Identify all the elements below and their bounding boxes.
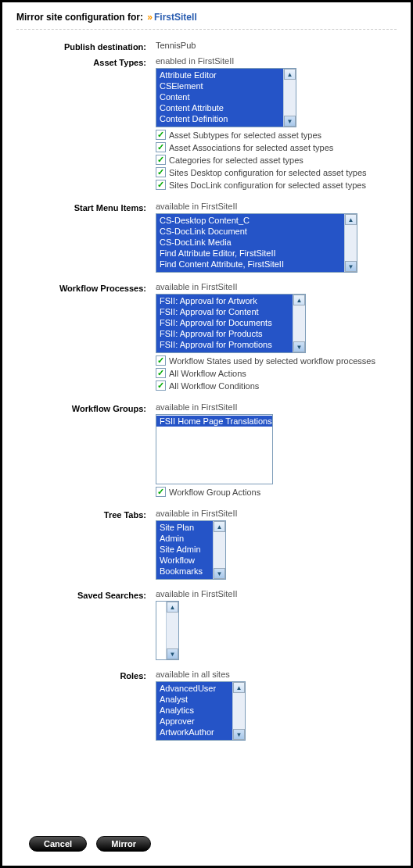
checkbox-label: Sites Desktop configuration for selected…: [169, 168, 367, 177]
site-name-link[interactable]: FirstSiteII: [154, 12, 197, 23]
checkbox-row: ✓Asset Associations for selected asset t…: [156, 142, 397, 152]
tree-tabs-label: Tree Tabs:: [16, 509, 156, 520]
checkbox-row: ✓All Workflow Actions: [156, 368, 397, 378]
saved-searches-label: Saved Searches:: [16, 589, 156, 600]
roles-hint: available in all sites: [156, 670, 397, 679]
saved-searches-hint: available in FirstSiteII: [156, 589, 397, 598]
scroll-down-icon[interactable]: ▼: [167, 648, 178, 659]
list-item[interactable]: FSII: Approval for Documents: [156, 317, 293, 328]
workflow-groups-hint: available in FirstSiteII: [156, 402, 397, 412]
scroll-track[interactable]: [233, 693, 245, 729]
list-item[interactable]: Content Definition: [156, 113, 283, 124]
checkbox[interactable]: ✓: [156, 167, 166, 177]
list-item[interactable]: Site Admin: [156, 544, 213, 555]
list-item[interactable]: CS-Desktop Content_C: [156, 215, 344, 226]
list-item[interactable]: Find Content Attribute, FirstSiteII: [156, 259, 344, 270]
scroll-track[interactable]: [167, 613, 178, 648]
scroll-down-icon[interactable]: ▼: [345, 261, 357, 272]
saved-searches-listbox[interactable]: ▲ ▼: [156, 601, 179, 660]
workflow-processes-listbox[interactable]: FSII: Approval for ArtworkFSII: Approval…: [156, 294, 306, 353]
scroll-up-icon[interactable]: ▲: [345, 214, 357, 225]
asset-types-listbox[interactable]: Attribute EditorCSElementContentContent …: [156, 68, 296, 127]
checkbox-label: All Workflow Actions: [169, 369, 246, 378]
list-item[interactable]: CS-DocLink Document: [156, 226, 344, 237]
roles-listbox[interactable]: AdvancedUserAnalystAnalyticsApproverArtw…: [156, 681, 246, 741]
list-item[interactable]: FSII: Approval for Products: [156, 328, 293, 339]
scroll-track[interactable]: [284, 80, 296, 116]
checkbox-row: ✓Workflow States used by selected workfl…: [156, 355, 397, 366]
asset-types-hint: enabled in FirstSiteII: [156, 56, 397, 66]
list-item[interactable]: CSElement: [156, 80, 283, 91]
tree-tabs-listbox[interactable]: Site PlanAdminSite AdminWorkflowBookmark…: [156, 520, 226, 580]
scroll-down-icon[interactable]: ▼: [233, 729, 245, 740]
list-item[interactable]: AdvancedUser: [156, 683, 232, 694]
list-item[interactable]: Find Attribute Editor, FirstSiteII: [156, 248, 344, 259]
scrollbar[interactable]: ▲ ▼: [166, 602, 178, 659]
scroll-down-icon[interactable]: ▼: [284, 116, 296, 127]
checkbox-label: Workflow Group Actions: [169, 488, 260, 497]
list-item[interactable]: Bookmarks: [156, 566, 213, 577]
list-item[interactable]: FSII: Approval for Artwork: [156, 295, 293, 306]
scroll-track[interactable]: [214, 532, 225, 568]
cancel-button[interactable]: Cancel: [29, 836, 87, 852]
scroll-down-icon[interactable]: ▼: [293, 341, 305, 352]
list-item[interactable]: Admin: [156, 533, 213, 544]
list-item[interactable]: Approver: [156, 716, 232, 727]
list-item[interactable]: FSII: Approval for Promotions: [156, 339, 293, 350]
list-item[interactable]: Workflow: [156, 555, 213, 566]
breadcrumb-arrow-icon: »: [147, 12, 153, 23]
start-menu-label: Start Menu Items:: [16, 202, 156, 213]
workflow-processes-hint: available in FirstSiteII: [156, 282, 397, 291]
list-item[interactable]: ArtworkAuthor: [156, 727, 232, 738]
scrollbar[interactable]: ▲ ▼: [283, 69, 296, 127]
list-item[interactable]: Attribute Editor: [156, 70, 283, 80]
workflow-processes-label: Workflow Processes:: [16, 282, 156, 293]
tree-tabs-hint: available in FirstSiteII: [156, 509, 397, 518]
publish-destination-label: Publish destination:: [16, 41, 156, 52]
divider: [16, 29, 397, 30]
mirror-button[interactable]: Mirror: [96, 836, 151, 852]
checkbox[interactable]: ✓: [156, 368, 166, 378]
checkbox[interactable]: ✓: [156, 142, 166, 152]
scrollbar[interactable]: ▲ ▼: [232, 682, 245, 740]
start-menu-listbox[interactable]: CS-Desktop Content_CCS-DocLink DocumentC…: [156, 213, 357, 273]
scroll-track[interactable]: [293, 305, 305, 341]
list-item[interactable]: Analyst: [156, 694, 232, 705]
checkbox-label: Asset Subtypes for selected asset types: [169, 130, 321, 140]
scrollbar[interactable]: ▲ ▼: [344, 214, 357, 272]
scroll-up-icon[interactable]: ▲: [214, 521, 225, 532]
list-item[interactable]: Content: [156, 91, 283, 102]
scrollbar[interactable]: ▲ ▼: [293, 295, 305, 352]
roles-label: Roles:: [16, 670, 156, 680]
scroll-track[interactable]: [345, 225, 357, 261]
list-item[interactable]: Analytics: [156, 705, 232, 716]
list-item[interactable]: CS-DocLink Media: [156, 237, 344, 248]
checkbox[interactable]: ✓: [156, 180, 166, 190]
checkbox[interactable]: ✓: [156, 155, 166, 165]
workflow-groups-label: Workflow Groups:: [16, 402, 156, 413]
checkbox-label: Sites DocLink configuration for selected…: [169, 180, 366, 190]
checkbox-row: ✓Sites DocLink configuration for selecte…: [156, 180, 397, 190]
checkbox-label: All Workflow Conditions: [169, 381, 259, 391]
scroll-up-icon[interactable]: ▲: [284, 69, 296, 80]
workflow-groups-listbox[interactable]: FSII Home Page Translations ▲ ▼: [156, 414, 273, 484]
scroll-up-icon[interactable]: ▲: [167, 602, 178, 613]
checkbox[interactable]: ✓: [156, 380, 166, 391]
scroll-up-icon[interactable]: ▲: [233, 682, 245, 693]
checkbox-row: ✓Sites Desktop configuration for selecte…: [156, 167, 397, 177]
list-item[interactable]: FSII: Approval for Content: [156, 306, 293, 317]
checkbox-label: Categories for selected asset types: [169, 155, 303, 165]
list-item[interactable]: Content Attribute: [156, 102, 283, 113]
scroll-down-icon[interactable]: ▼: [214, 568, 225, 579]
checkbox[interactable]: ✓: [156, 355, 166, 366]
checkbox[interactable]: ✓: [156, 130, 166, 140]
checkbox[interactable]: ✓: [156, 487, 166, 497]
list-item[interactable]: Site Plan: [156, 522, 213, 533]
scroll-up-icon[interactable]: ▲: [293, 295, 305, 305]
publish-destination-value: TennisPub: [156, 41, 397, 50]
checkbox-row: ✓Categories for selected asset types: [156, 155, 397, 165]
list-item[interactable]: FSII Home Page Translations: [156, 416, 273, 427]
scrollbar[interactable]: ▲ ▼: [213, 521, 225, 579]
title-prefix: Mirror site configuration for:: [16, 12, 143, 23]
checkbox-row: ✓All Workflow Conditions: [156, 380, 397, 391]
